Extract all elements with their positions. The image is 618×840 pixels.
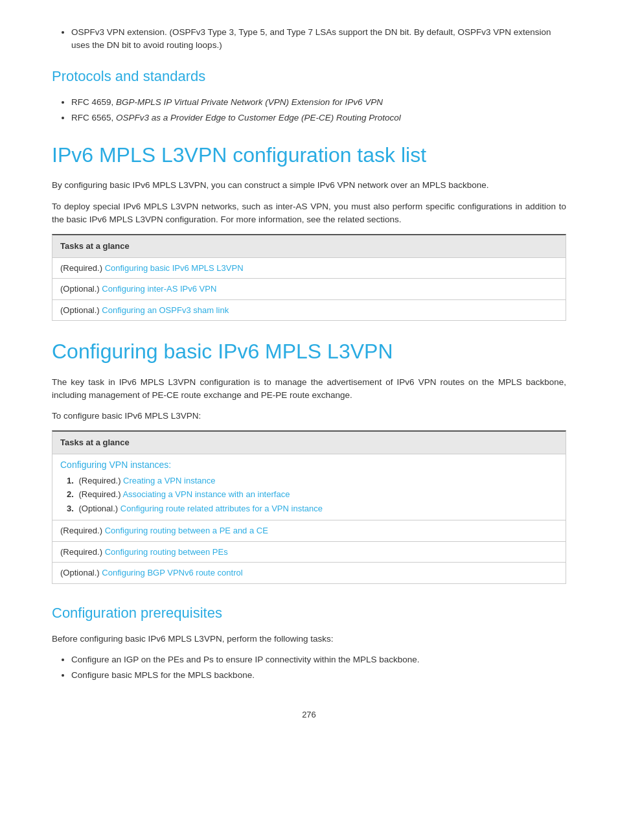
vpn-sub-1-num: 1.	[67, 476, 74, 485]
ipv6-tasks-table: Tasks at a glance (Required.) Configurin…	[52, 234, 566, 321]
config-prereqs-section: Configuration prerequisites Before confi…	[52, 602, 566, 682]
vpn-instances-header: Configuring VPN instances:	[60, 458, 558, 472]
vpn-sub-2-num: 2.	[67, 489, 74, 499]
basic-task-2-prefix: (Required.)	[60, 547, 105, 557]
basic-task-row-3: (Optional.) Configuring BGP VPNv6 route …	[52, 563, 566, 583]
ipv6-task-list-para2: To deploy special IPv6 MPLS L3VPN networ…	[52, 200, 566, 227]
basic-task-row-1: (Required.) Configuring routing between …	[52, 520, 566, 542]
basic-task-1-prefix: (Required.)	[60, 526, 105, 535]
basic-task-3-link[interactable]: Configuring BGP VPNv6 route control	[102, 568, 242, 578]
ipv6-task-3-link[interactable]: Configuring an OSPFv3 sham link	[102, 305, 229, 315]
config-prereqs-para1: Before configuring basic IPv6 MPLS L3VPN…	[52, 633, 566, 646]
ipv6-task-list-para1: By configuring basic IPv6 MPLS L3VPN, yo…	[52, 179, 566, 192]
protocols-item-2-italic: OSPFv3 as a Provider Edge to Customer Ed…	[116, 113, 401, 122]
protocols-item-1: RFC 4659, BGP-MPLS IP Virtual Private Ne…	[71, 96, 566, 109]
protocols-item-2-prefix: RFC 6565,	[71, 113, 116, 122]
ipv6-task-2-prefix: (Optional.)	[60, 284, 102, 294]
protocols-item-1-italic: BGP-MPLS IP Virtual Private Network (VPN…	[116, 97, 383, 107]
protocols-item-2: RFC 6565, OSPFv3 as a Provider Edge to C…	[71, 111, 566, 124]
vpn-sub-item-3: 3. (Optional.) Configuring route related…	[67, 502, 558, 515]
config-prereqs-list: Configure an IGP on the PEs and Ps to en…	[71, 653, 566, 682]
configuring-basic-para1: The key task in IPv6 MPLS L3VPN configur…	[52, 376, 566, 402]
vpn-sub-3-prefix: (Optional.)	[78, 504, 120, 513]
vpn-sub-1-link[interactable]: Creating a VPN instance	[123, 476, 215, 485]
vpn-sub-3-num: 3.	[67, 504, 74, 513]
config-prereqs-item-2: Configure basic MPLS for the MPLS backbo…	[71, 669, 566, 682]
basic-task-1-link[interactable]: Configuring routing between a PE and a C…	[105, 526, 268, 535]
ipv6-task-2-link[interactable]: Configuring inter-AS IPv6 VPN	[102, 284, 216, 294]
ipv6-task-1-prefix: (Required.)	[60, 263, 105, 273]
protocols-item-1-prefix: RFC 4659,	[71, 97, 116, 107]
intro-section: OSPFv3 VPN extension. (OSPFv3 Type 3, Ty…	[52, 26, 566, 52]
vpn-instances-link[interactable]: Configuring VPN instances:	[60, 460, 171, 470]
ipv6-tasks-header: Tasks at a glance	[52, 235, 566, 258]
ipv6-task-3-prefix: (Optional.)	[60, 305, 102, 315]
vpn-sub-2-link[interactable]: Associating a VPN instance with an inter…	[122, 489, 290, 499]
configuring-basic-tasks-header: Tasks at a glance	[52, 432, 566, 454]
basic-task-row-2: (Required.) Configuring routing between …	[52, 542, 566, 563]
configuring-basic-heading: Configuring basic IPv6 MPLS L3VPN	[52, 339, 566, 364]
vpn-instances-subsection: Configuring VPN instances: 1. (Required.…	[52, 454, 566, 521]
ipv6-task-row-2: (Optional.) Configuring inter-AS IPv6 VP…	[52, 279, 566, 300]
vpn-sub-2-prefix: (Required.)	[78, 489, 122, 499]
config-prereqs-heading: Configuration prerequisites	[52, 602, 566, 624]
ipv6-task-row-3: (Optional.) Configuring an OSPFv3 sham l…	[52, 300, 566, 321]
ipv6-task-1-link[interactable]: Configuring basic IPv6 MPLS L3VPN	[105, 263, 244, 273]
configuring-basic-tasks-table: Tasks at a glance Configuring VPN instan…	[52, 430, 566, 584]
page-number: 276	[52, 708, 566, 721]
configuring-basic-section: Configuring basic IPv6 MPLS L3VPN The ke…	[52, 339, 566, 584]
ipv6-task-list-section: IPv6 MPLS L3VPN configuration task list …	[52, 143, 566, 321]
vpn-sub-item-1: 1. (Required.) Creating a VPN instance	[67, 474, 558, 487]
vpn-instances-list: 1. (Required.) Creating a VPN instance 2…	[67, 474, 558, 515]
vpn-sub-item-2: 2. (Required.) Associating a VPN instanc…	[67, 488, 558, 501]
vpn-sub-1-prefix: (Required.)	[78, 476, 123, 485]
ipv6-task-list-heading: IPv6 MPLS L3VPN configuration task list	[52, 143, 566, 167]
protocols-section: Protocols and standards RFC 4659, BGP-MP…	[52, 65, 566, 125]
ipv6-task-row-1: (Required.) Configuring basic IPv6 MPLS …	[52, 258, 566, 279]
protocols-heading: Protocols and standards	[52, 65, 566, 87]
configuring-basic-para2: To configure basic IPv6 MPLS L3VPN:	[52, 410, 566, 423]
basic-task-3-prefix: (Optional.)	[60, 568, 102, 578]
basic-task-2-link[interactable]: Configuring routing between PEs	[105, 547, 228, 557]
protocols-list: RFC 4659, BGP-MPLS IP Virtual Private Ne…	[71, 96, 566, 125]
vpn-sub-3-link[interactable]: Configuring route related attributes for…	[120, 504, 323, 513]
intro-bullet: OSPFv3 VPN extension. (OSPFv3 Type 3, Ty…	[71, 26, 566, 52]
config-prereqs-item-1: Configure an IGP on the PEs and Ps to en…	[71, 653, 566, 666]
